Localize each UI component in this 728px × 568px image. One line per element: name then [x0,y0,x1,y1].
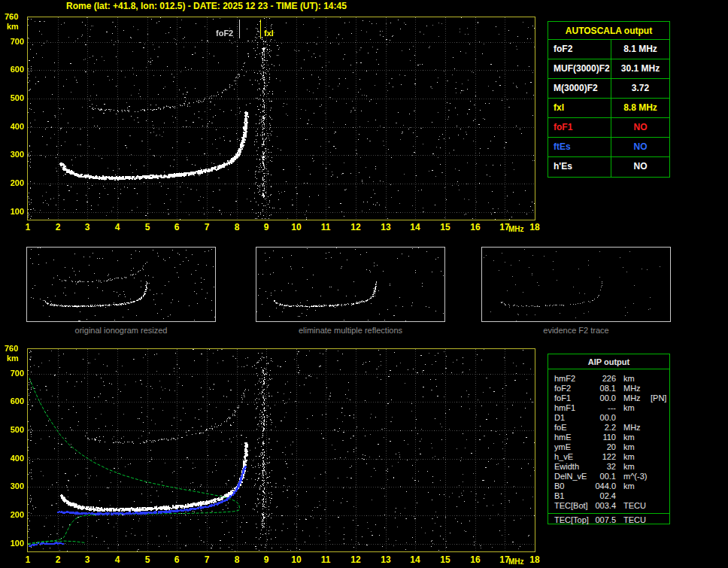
aip-row-unit: TECU [616,501,651,511]
y-axis-unit-label-bottom: km [7,354,19,363]
autoscala-row-value: 3.72 [611,79,669,98]
y-tick-bottom-600: 600 [2,396,24,405]
aip-row-value: 122 [590,452,616,462]
thumbnail-caption-eliminate: eliminate multiple reflections [256,326,445,335]
aip-row-extra: [PN] [651,393,669,403]
aip-row-value: 20 [590,442,616,452]
x-tick-top-12: 12 [347,222,365,232]
autoscala-row-label: ftEs [548,138,611,156]
aip-row-label: D1 [548,413,590,423]
aip-row-d1: D1 00.0 [548,413,669,423]
aip-row-extra [651,384,669,393]
autoscala-row-value: NO [611,157,669,177]
aip-row-unit: km [616,481,651,491]
y-axis-max-label-top: 760 [5,12,18,21]
autoscala-row-muf3000f2: MUF(3000)F2 30.1 MHz [548,59,669,79]
autoscala-row-label: h'Es [548,157,611,177]
aip-row-unit [616,413,651,423]
aip-row-label: hmE [548,433,590,442]
aip-row-hve: h_vE 122 km [548,452,669,462]
aip-row-label: TEC[Bot] [548,501,590,511]
aip-output-table: AIP output hmF2 226 km foF2 08.1 MHz foF… [548,354,670,524]
aip-row-value: 044.0 [590,481,616,491]
autoscala-row-m3000f2: M(3000)F2 3.72 [548,79,669,99]
y-tick-bottom-300: 300 [2,481,24,491]
ionogram-plot-bottom [27,348,535,552]
aip-row-extra [651,501,669,511]
aip-row-extra [651,515,669,526]
thumbnail-caption-evidence: evidence F2 trace [481,326,671,335]
y-tick-top-700: 700 [2,37,24,46]
aip-row-value: 08.1 [590,384,616,393]
aip-row-unit: km [616,462,651,472]
aip-row-unit: km [616,403,651,413]
autoscala-window: Rome (lat: +41.8, lon: 012.5) - DATE: 20… [0,0,728,568]
aip-row-value: 110 [590,433,616,442]
y-axis-unit-label-top: km [7,22,19,31]
x-tick-bottom-11: 11 [317,554,335,565]
aip-row-fof2: foF2 08.1 MHz [548,384,669,393]
aip-row-label: foE [548,423,590,433]
x-tick-bottom-5: 5 [138,554,156,565]
x-tick-top-8: 8 [228,222,246,232]
aip-row-label: hmF1 [548,403,590,413]
autoscala-row-value: NO [611,118,669,137]
aip-row-extra [651,413,669,423]
aip-row-fof1: foF1 00.0 MHz [PN] [548,393,669,403]
y-axis-max-label-bottom: 760 [5,344,18,353]
aip-row-value: 00.1 [590,472,616,481]
x-tick-bottom-2: 2 [49,554,67,565]
aip-row-unit: km [616,433,651,442]
aip-row-extra [651,462,669,472]
autoscala-row-value: NO [611,138,669,156]
aip-row-value: 00.0 [590,413,616,423]
autoscala-output-table: AUTOSCALA output foF2 8.1 MHz MUF(3000)F… [548,21,670,178]
ionogram-canvas-bottom [28,349,535,551]
x-tick-top-14: 14 [406,222,424,232]
aip-row-extra [651,442,669,452]
aip-row-ewidth: Ewidth 32 km [548,462,669,472]
x-tick-top-16: 16 [466,222,484,232]
autoscala-row-fof2: foF2 8.1 MHz [548,40,669,59]
x-tick-top-10: 10 [287,222,305,232]
x-tick-top-3: 3 [78,222,96,232]
aip-row-value: 226 [590,374,616,384]
autoscala-row-label: MUF(3000)F2 [548,59,611,78]
thumbnail-canvas-evidence [482,248,670,321]
autoscala-row-label: foF1 [548,118,611,137]
y-tick-top-400: 400 [2,122,24,131]
aip-row-label: Ewidth [548,462,590,472]
autoscala-row-value: 8.8 MHz [611,99,669,117]
x-tick-top-6: 6 [168,222,186,232]
y-tick-bottom-200: 200 [2,510,24,519]
aip-row-delnve: DelN_vE 00.1 m^(-3) [548,472,669,481]
aip-row-unit: MHz [616,393,651,403]
aip-row-value: 2.2 [590,423,616,433]
x-tick-top-5: 5 [138,222,156,232]
aip-row-label: ymE [548,442,590,452]
thumbnail-caption-original: original ionogram resized [26,326,216,335]
aip-row-value: 00.0 [590,393,616,403]
autoscala-row-fof1: foF1 NO [548,118,669,138]
aip-row-unit: TECU [616,515,651,526]
autoscala-row-hes: h'Es NO [548,157,669,177]
x-tick-top-4: 4 [108,222,126,232]
y-tick-top-600: 600 [2,65,24,74]
aip-row-extra [651,433,669,442]
autoscala-row-label: foF2 [548,40,611,59]
autoscala-row-ftes: ftEs NO [548,138,669,157]
aip-row-label: h_vE [548,452,590,462]
aip-row-unit: m^(-3) [616,472,651,481]
y-tick-top-500: 500 [2,93,24,102]
y-tick-top-200: 200 [2,178,24,187]
x-tick-top-13: 13 [377,222,395,232]
x-axis-unit-label-top: MHz [508,225,524,233]
x-tick-top-1: 1 [19,222,37,232]
aip-row-unit: MHz [616,384,651,393]
aip-row-foe: foE 2.2 MHz [548,423,669,433]
aip-row-value: 007.5 [590,515,616,526]
x-tick-top-18: 18 [526,222,544,232]
aip-row-label: B0 [548,481,590,491]
thumbnail-canvas-eliminate [256,248,444,321]
x-axis-unit-label-bottom: MHz [508,557,524,566]
